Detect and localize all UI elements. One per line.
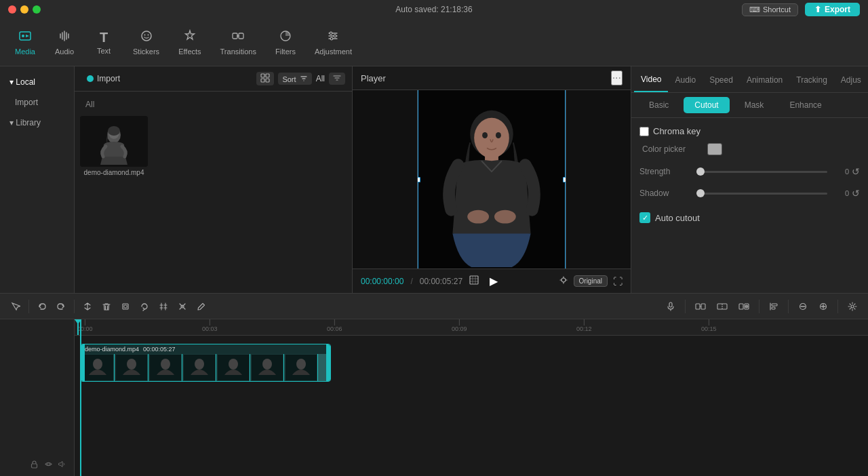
add-clip-start-button[interactable] bbox=[691, 298, 710, 315]
frame-thumb-4 bbox=[218, 355, 249, 380]
separator bbox=[837, 300, 838, 313]
auto-cutout-checkbox[interactable]: ✓ bbox=[639, 212, 650, 223]
svg-point-45 bbox=[47, 463, 50, 466]
svg-point-49 bbox=[127, 359, 136, 370]
select-tool-button[interactable] bbox=[7, 299, 24, 314]
filter-options-button[interactable] bbox=[329, 73, 345, 85]
stickers-icon bbox=[140, 29, 153, 45]
sidebar-item-local[interactable]: ▾ Local bbox=[0, 72, 74, 92]
media-sidebar: ▾ Local Import ▾ Library bbox=[0, 66, 75, 293]
tab-animation[interactable]: Animation bbox=[740, 67, 789, 92]
shadow-reset-button[interactable]: ↺ bbox=[852, 188, 860, 199]
auto-save-text: Auto saved: 21:18:36 bbox=[395, 5, 472, 14]
color-picker-row: Color picker bbox=[639, 143, 860, 155]
shadow-slider[interactable] bbox=[701, 193, 827, 195]
svg-rect-34 bbox=[701, 304, 705, 309]
align-left-button[interactable] bbox=[765, 299, 783, 314]
subtab-enhance[interactable]: Enhance bbox=[778, 97, 832, 113]
svg-point-1 bbox=[22, 35, 24, 37]
playhead-triangle bbox=[75, 319, 82, 324]
zoom-out-button[interactable] bbox=[794, 299, 812, 314]
resize-handle-rm[interactable] bbox=[563, 177, 566, 182]
subtab-cutout[interactable]: Cutout bbox=[684, 97, 729, 113]
shortcut-button[interactable]: ⌨ Shortcut bbox=[742, 3, 798, 16]
redo-button[interactable] bbox=[52, 299, 70, 314]
timeline-track-0: demo-diamond.mp4 00:00:05:27 bbox=[75, 341, 868, 384]
frame-thumb-2 bbox=[150, 355, 181, 380]
resize-handle-lm[interactable] bbox=[417, 177, 420, 182]
tab-speed[interactable]: Speed bbox=[703, 67, 740, 92]
tab-adjus[interactable]: Adjus bbox=[834, 67, 868, 92]
strength-label: Strength bbox=[639, 167, 701, 176]
export-button[interactable]: ⬆ Export bbox=[805, 3, 860, 16]
minimize-button[interactable] bbox=[20, 5, 28, 14]
clip-right-handle[interactable] bbox=[326, 344, 330, 381]
fit-view-button[interactable] bbox=[559, 275, 568, 287]
trim-button[interactable] bbox=[155, 299, 172, 314]
delete-button[interactable] bbox=[98, 299, 115, 314]
all-filter[interactable]: All bbox=[316, 74, 325, 83]
strength-slider[interactable] bbox=[701, 171, 827, 173]
player-more-button[interactable]: ··· bbox=[611, 71, 623, 85]
auto-cutout-row: ✓ Auto cutout bbox=[639, 212, 860, 223]
ruler-mark-4: 00:12 bbox=[576, 319, 592, 332]
split-button[interactable] bbox=[79, 299, 96, 314]
split-track-button[interactable] bbox=[713, 298, 732, 315]
mute-track-button[interactable] bbox=[57, 458, 68, 472]
lock-track-button[interactable] bbox=[28, 458, 40, 472]
chroma-key-label[interactable]: Chroma key bbox=[653, 126, 701, 136]
svg-point-2 bbox=[142, 31, 151, 41]
zoom-in-button[interactable] bbox=[814, 299, 832, 314]
hide-track-button[interactable] bbox=[43, 458, 54, 472]
tab-video[interactable]: Video bbox=[634, 66, 668, 92]
color-picker-swatch[interactable] bbox=[707, 143, 722, 155]
sidebar-item-import[interactable]: Import bbox=[0, 92, 74, 113]
sort-button[interactable]: Sort bbox=[278, 73, 311, 85]
toolbar-item-filters[interactable]: Filters bbox=[266, 25, 305, 60]
player-canvas[interactable] bbox=[417, 90, 566, 269]
subtab-basic[interactable]: Basic bbox=[638, 97, 679, 113]
loop-button[interactable] bbox=[136, 299, 153, 314]
maximize-button[interactable] bbox=[33, 5, 41, 14]
grid-overlay-button[interactable] bbox=[469, 275, 479, 287]
svg-point-10 bbox=[331, 37, 334, 40]
close-button[interactable] bbox=[8, 5, 16, 14]
stickers-label: Stickers bbox=[133, 47, 159, 56]
clip-left-handle[interactable] bbox=[81, 344, 85, 381]
freeze-button[interactable] bbox=[174, 299, 191, 314]
grid-view-button[interactable] bbox=[256, 72, 274, 85]
text-icon: T bbox=[100, 31, 108, 44]
timeline-settings-button[interactable] bbox=[844, 299, 861, 314]
add-clip-end-button[interactable] bbox=[734, 298, 753, 315]
color-picker-label-text: Color picker bbox=[642, 144, 703, 154]
toolbar-item-adjustment[interactable]: Adjustment bbox=[305, 25, 361, 60]
auto-cutout-label: Auto cutout bbox=[655, 213, 700, 223]
original-badge[interactable]: Original bbox=[574, 275, 608, 287]
import-button[interactable]: Import bbox=[81, 72, 125, 85]
chroma-key-checkbox[interactable] bbox=[639, 127, 649, 136]
mic-button[interactable] bbox=[662, 299, 679, 314]
media-item-0[interactable]: Added 00:06 bbox=[80, 116, 148, 176]
toolbar-item-audio[interactable]: Audio bbox=[45, 25, 84, 60]
crop-button[interactable] bbox=[117, 299, 134, 314]
tab-tracking[interactable]: Tracking bbox=[789, 67, 834, 92]
tab-audio[interactable]: Audio bbox=[668, 67, 703, 92]
tl-tool-group bbox=[7, 299, 210, 314]
toolbar-item-stickers[interactable]: Stickers bbox=[123, 25, 169, 60]
separator bbox=[28, 300, 29, 313]
toolbar-item-transitions[interactable]: Transitions bbox=[211, 25, 266, 60]
fullscreen-button[interactable]: ⛶ bbox=[613, 276, 623, 287]
export-label: Export bbox=[825, 5, 850, 14]
clip-frame-6 bbox=[284, 354, 318, 381]
toolbar-item-media[interactable]: Media bbox=[5, 25, 45, 60]
subtab-mask[interactable]: Mask bbox=[734, 97, 775, 113]
undo-button[interactable] bbox=[33, 299, 51, 314]
play-button[interactable]: ▶ bbox=[486, 273, 502, 289]
strength-reset-button[interactable]: ↺ bbox=[852, 166, 860, 177]
toolbar-item-effects[interactable]: Effects bbox=[169, 25, 210, 60]
edit-button[interactable] bbox=[193, 299, 210, 314]
clip-duration: 00:00:05:27 bbox=[143, 346, 176, 353]
toolbar-item-text[interactable]: T Text bbox=[84, 26, 123, 59]
video-clip-0[interactable]: demo-diamond.mp4 00:00:05:27 bbox=[80, 344, 331, 382]
sidebar-item-library[interactable]: ▾ Library bbox=[0, 113, 74, 133]
